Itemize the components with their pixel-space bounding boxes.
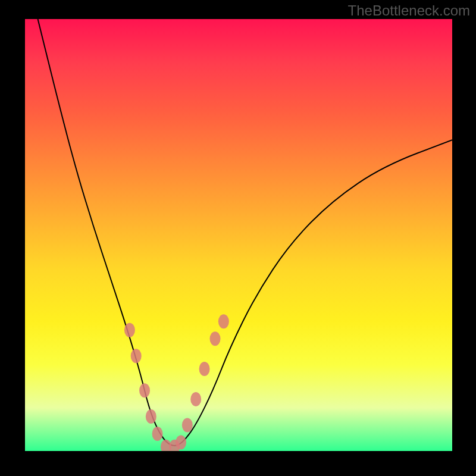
chart-plot-area xyxy=(25,19,452,451)
highlight-marker xyxy=(146,409,156,424)
highlight-marker xyxy=(176,435,186,449)
chart-svg xyxy=(25,19,452,451)
highlight-marker xyxy=(139,383,150,397)
highlight-marker xyxy=(190,392,201,406)
bottleneck-curve xyxy=(38,19,452,446)
highlight-marker xyxy=(131,349,142,363)
highlight-marker xyxy=(124,323,135,337)
highlight-marker xyxy=(218,314,229,328)
highlight-marker xyxy=(152,427,163,441)
highlight-marker xyxy=(182,418,193,432)
highlight-marker xyxy=(210,331,221,346)
highlight-marker xyxy=(199,362,210,376)
watermark-text: TheBottleneck.com xyxy=(348,2,470,19)
